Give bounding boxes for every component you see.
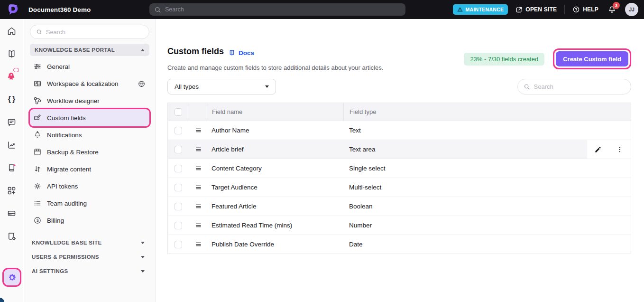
fields-usage-badge: 23% - 7/30 fields created	[464, 53, 544, 66]
custom-fields-icon	[33, 113, 42, 122]
row-checkbox[interactable]	[175, 165, 182, 172]
sidebar-search-input[interactable]	[46, 28, 143, 36]
analytics-icon	[7, 140, 17, 150]
drag-handle-icon[interactable]	[195, 184, 202, 191]
backup-icon	[33, 148, 42, 156]
rail-item-apps[interactable]	[0, 185, 23, 196]
sidebar-item-backup-restore[interactable]: Backup & Restore	[30, 143, 149, 160]
table-row[interactable]: Content Category Single select	[168, 159, 631, 178]
maintenance-label: MAINTENANCE	[465, 7, 504, 12]
global-search-input[interactable]	[165, 6, 401, 13]
rail-item-settings[interactable]	[4, 269, 20, 285]
table-row[interactable]: Target Audience Multi-select	[168, 178, 631, 197]
home-icon	[7, 26, 17, 36]
docs-link[interactable]: Docs	[228, 49, 254, 57]
sidebar-item-label: Workspace & localization	[47, 80, 119, 87]
bell-plus-icon	[33, 131, 42, 139]
sidebar-item-api-tokens[interactable]: API tokens	[30, 178, 149, 195]
open-site-label: OPEN SITE	[525, 6, 557, 13]
migrate-icon	[33, 165, 42, 173]
sidebar-item-billing[interactable]: $ Billing	[30, 212, 149, 229]
search-icon	[524, 83, 530, 90]
table-search-input[interactable]	[534, 83, 626, 90]
row-checkbox[interactable]	[175, 241, 182, 248]
drag-handle-icon[interactable]	[195, 241, 202, 248]
open-site-link[interactable]: OPEN SITE	[515, 6, 557, 13]
pencil-icon	[594, 146, 602, 153]
drag-handle-icon[interactable]	[195, 203, 202, 210]
rail-item-ai-writer[interactable]	[0, 162, 23, 173]
book-sparkle-icon	[7, 163, 17, 173]
sidebar-item-workflow-designer[interactable]: Workflow designer	[30, 92, 149, 109]
help-link[interactable]: HELP	[572, 6, 598, 13]
sidebar-item-general[interactable]: General	[30, 58, 149, 75]
search-icon	[154, 6, 161, 13]
apps-plus-icon	[7, 186, 17, 196]
rail-item-knowledge-base[interactable]	[0, 48, 23, 59]
sidebar-item-team-auditing[interactable]: Team auditing	[30, 195, 149, 212]
user-avatar[interactable]: JJ	[625, 3, 638, 16]
settings-sidebar: KNOWLEDGE BASE PORTAL General Az Workspa…	[24, 19, 156, 302]
translate-icon: Az	[33, 79, 42, 88]
section-knowledge-base-portal[interactable]: KNOWLEDGE BASE PORTAL	[30, 44, 149, 56]
field-type-filter-value: All types	[175, 83, 199, 90]
sidebar-item-custom-fields[interactable]: Custom fields	[30, 109, 149, 126]
table-search[interactable]	[517, 79, 631, 94]
row-checkbox[interactable]	[175, 222, 182, 229]
global-search[interactable]	[149, 3, 405, 16]
field-name-cell: Publish Date Override	[208, 235, 343, 254]
sidebar-search[interactable]	[30, 25, 149, 39]
book-gear-icon	[7, 231, 17, 241]
drag-handle-icon[interactable]	[195, 146, 202, 153]
maintenance-badge[interactable]: MAINTENANCE	[453, 4, 508, 15]
rail-item-feedback[interactable]	[0, 116, 23, 128]
page-description: Create and manage custom fields to store…	[167, 64, 383, 71]
rail-item-drive[interactable]	[0, 208, 23, 219]
sidebar-item-notifications[interactable]: Notifications	[30, 126, 149, 143]
row-checkbox[interactable]	[175, 203, 182, 210]
document360-logo-icon[interactable]	[6, 3, 19, 16]
globe-icon[interactable]	[138, 80, 146, 88]
section-users-permissions[interactable]: USERS & PERMISSIONS	[30, 250, 149, 264]
field-name-cell: Target Audience	[208, 178, 343, 197]
row-checkbox[interactable]	[175, 184, 182, 191]
sidebar-item-workspace-localization[interactable]: Az Workspace & localization	[30, 75, 149, 92]
select-all-checkbox[interactable]	[175, 108, 182, 116]
edit-button[interactable]	[593, 145, 603, 154]
workflow-icon	[33, 96, 42, 105]
sidebar-item-label: Migrate content	[47, 166, 91, 173]
table-row[interactable]: Author Name Text	[168, 121, 631, 140]
table-header-row: Field name Field type	[168, 103, 631, 121]
icon-rail: { }	[0, 19, 23, 302]
project-title[interactable]: Document360 Demo	[28, 6, 91, 13]
table-row-hovered[interactable]: Article brief Text area	[168, 140, 631, 159]
create-custom-field-button[interactable]: Create Custom field	[556, 51, 628, 66]
rail-item-api-docs[interactable]: { }	[0, 94, 23, 105]
sidebar-item-migrate-content[interactable]: Migrate content	[30, 160, 149, 178]
field-name-cell: Author Name	[208, 121, 343, 140]
row-actions	[587, 140, 631, 159]
table-row[interactable]: Publish Date Override Date	[168, 235, 631, 254]
drag-handle-icon[interactable]	[195, 165, 202, 172]
rail-item-whats-new[interactable]	[0, 70, 23, 82]
more-options-button[interactable]	[615, 145, 625, 154]
drag-handle-icon[interactable]	[195, 127, 202, 134]
column-header-field-type: Field type	[343, 103, 631, 121]
rail-item-analytics[interactable]	[0, 139, 23, 151]
field-type-cell: Date	[343, 235, 631, 254]
section-ai-settings[interactable]: AI SETTINGS	[30, 264, 149, 278]
table-row[interactable]: Featured Article Boolean	[168, 197, 631, 216]
rail-item-home[interactable]	[0, 25, 23, 37]
drag-handle-icon[interactable]	[195, 222, 202, 229]
top-bar: Document360 Demo MAINTENANCE OPEN SITE H…	[0, 0, 644, 19]
rail-item-site-settings[interactable]	[0, 230, 23, 242]
table-row[interactable]: Estimated Read Time (mins) Number	[168, 216, 631, 235]
gear-icon	[8, 273, 17, 282]
drag-column-header	[189, 103, 208, 121]
row-checkbox[interactable]	[175, 146, 182, 153]
field-type-cell: Text	[343, 121, 631, 140]
notifications-bell[interactable]: 3	[606, 4, 617, 15]
section-knowledge-base-site[interactable]: KNOWLEDGE BASE SITE	[30, 236, 149, 250]
row-checkbox[interactable]	[175, 127, 182, 134]
field-type-filter-select[interactable]: All types	[167, 79, 276, 94]
